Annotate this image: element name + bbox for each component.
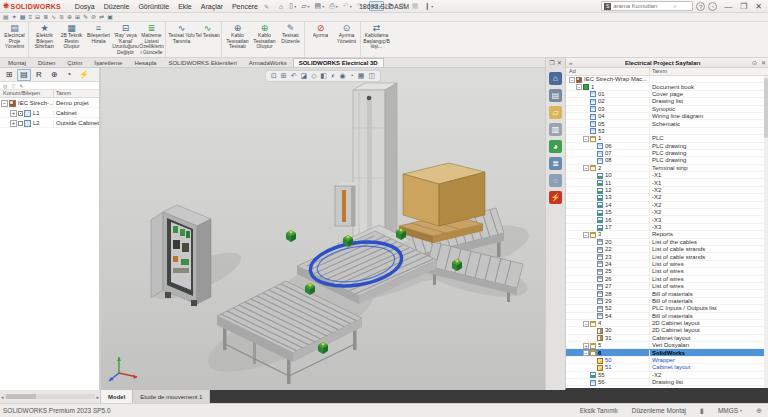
expander-icon[interactable] <box>590 365 596 371</box>
help-icon[interactable]: ? <box>696 2 705 11</box>
component-wizard-icon[interactable]: ✦ <box>12 13 17 21</box>
restore-icon[interactable]: ❐ <box>736 2 751 11</box>
scroll-left-icon[interactable]: ◂ <box>1 394 4 400</box>
expander-icon[interactable] <box>590 269 596 275</box>
command-tab[interactable]: Düzen <box>32 58 61 67</box>
expander-icon[interactable] <box>583 106 589 112</box>
project-page-row[interactable]: 05 Schematic <box>566 120 768 127</box>
redo-icon[interactable]: ↷▾ <box>355 2 368 10</box>
project-page-row[interactable]: 27 List of wires <box>566 283 768 290</box>
view-palette-icon[interactable]: ▥ <box>549 123 562 136</box>
zoom-fit-icon[interactable]: ⊡ <box>271 72 277 80</box>
select-icon[interactable]: ▭▾ <box>369 1 385 11</box>
electrical-manager-tab-icon[interactable]: ⚡ <box>77 69 91 81</box>
start-end-icon[interactable]: ⇄ <box>99 13 104 21</box>
apply-scene-icon[interactable]: ▦ <box>358 72 365 80</box>
project-page-row[interactable]: 03 Synoptic <box>566 106 768 113</box>
project-page-row[interactable]: 15 -X2 <box>566 209 768 216</box>
expander-icon[interactable] <box>590 328 596 334</box>
command-tab[interactable]: Çizim <box>61 58 88 67</box>
expander-icon[interactable] <box>583 99 589 105</box>
expander-icon[interactable] <box>590 180 596 186</box>
ribbon-button[interactable]: ⊙ Ayırma Yönetimi <box>334 22 361 57</box>
file-properties-icon[interactable]: ▥ <box>397 2 409 10</box>
menu-item[interactable]: Araçlar <box>197 2 227 11</box>
close-icon[interactable]: ✕ <box>751 2 766 11</box>
edit-appearance-icon[interactable]: ◔ <box>350 72 354 80</box>
expander-icon[interactable] <box>590 202 596 208</box>
command-tab[interactable]: SOLIDWORKS Eklentileri <box>162 58 242 67</box>
close-panel-icon[interactable]: ✕ <box>557 59 562 66</box>
expander-icon[interactable] <box>590 358 596 364</box>
ribbon-button[interactable]: ⊘ Ayırma <box>307 22 334 57</box>
visibility-checkbox[interactable] <box>18 121 23 126</box>
expander-icon[interactable] <box>590 143 596 149</box>
project-page-row[interactable]: 52 PLC Inputs / Outputs list <box>566 305 768 312</box>
expander-icon[interactable]: − <box>569 77 575 83</box>
rebuild-icon[interactable]: ⟳ <box>385 2 396 10</box>
view-orientation-icon[interactable]: ◧ <box>321 72 328 80</box>
print-icon[interactable]: ⎙▾ <box>327 2 340 10</box>
project-page-row[interactable]: 31 Cabinet layout <box>566 335 768 342</box>
project-page-row[interactable]: 12 -X2 <box>566 187 768 194</box>
collapse-panel-icon[interactable]: » <box>566 60 575 66</box>
undo-icon[interactable]: ↶▾ <box>341 2 354 10</box>
cable-manager-icon[interactable]: ▣ <box>107 13 113 21</box>
appearances-icon[interactable]: ◕ <box>549 140 562 153</box>
ribbon-button[interactable]: ⊟ 'Ray' veya 'Kanal' Uzunluğunu Değiştir <box>112 22 139 57</box>
expander-icon[interactable] <box>590 173 596 179</box>
project-page-row[interactable]: 17 -X3 <box>566 224 768 231</box>
dynamic-annotation-icon[interactable]: ◇ <box>311 72 316 80</box>
hide-show-items-icon[interactable]: ◉ <box>339 72 345 80</box>
ribbon-button[interactable]: ≣ Malzeme Listesi Özelliklerini Güncelle <box>139 22 166 57</box>
home-icon[interactable]: ⌂ <box>277 3 286 10</box>
project-page-row[interactable]: 22 List of cable strands <box>566 246 768 253</box>
expander-icon[interactable] <box>590 335 596 341</box>
horizontal-scrollbar[interactable]: ◂ ▸ <box>0 390 101 403</box>
expander-icon[interactable] <box>590 261 596 267</box>
display-manager-tab-icon[interactable]: ◔ <box>62 69 76 81</box>
expander-icon[interactable] <box>590 210 596 216</box>
home-tab-icon[interactable]: ⌂ <box>549 72 562 85</box>
project-page-row[interactable]: − 4 2D Cabinet layout <box>566 320 768 327</box>
model-mast[interactable] <box>353 83 397 246</box>
ribbon-button[interactable]: ⇄ Kablolama Başlangıç/Bitişi... <box>363 22 390 57</box>
project-page-row[interactable]: 55 -X2 <box>566 372 768 379</box>
save-icon[interactable]: ▤▾ <box>313 2 327 10</box>
route-wires-icon[interactable]: ≋ <box>59 13 64 21</box>
expander-icon[interactable] <box>583 128 589 134</box>
feature-tree-tab-icon[interactable]: ⊞ <box>2 69 16 81</box>
expander-icon[interactable] <box>590 276 596 282</box>
new-document-icon[interactable]: ▯▾ <box>287 2 298 10</box>
model-cabinet[interactable] <box>151 205 211 306</box>
electrical-pane-icon[interactable]: ⚡ <box>549 191 562 204</box>
expander-icon[interactable] <box>583 91 589 97</box>
project-page-row[interactable]: 16 -X3 <box>566 216 768 223</box>
ribbon-button[interactable]: ≡ Bileşenleri Hizala <box>85 22 112 57</box>
expander-icon[interactable]: − <box>583 165 589 171</box>
menu-item[interactable]: Dosya <box>71 2 99 11</box>
electrical-manager-icon[interactable]: ▤ <box>3 13 9 21</box>
3d-scene[interactable] <box>101 68 545 390</box>
float-panel-icon[interactable]: ❐ <box>549 59 554 66</box>
project-page-row[interactable]: + 5 Veri Dosyaları <box>566 342 768 349</box>
location-tree-row[interactable]: + L2 Outside Cabinet <box>0 118 99 128</box>
align-components-icon[interactable]: ≡ <box>28 13 32 21</box>
project-page-row[interactable]: − 6 SolidWorks <box>566 349 768 356</box>
visibility-checkbox[interactable] <box>18 111 23 116</box>
expander-icon[interactable]: + <box>583 343 589 349</box>
command-search[interactable]: S ⌕ <box>601 1 693 11</box>
expander-icon[interactable]: − <box>576 84 582 90</box>
project-page-row[interactable]: 01 Cover page <box>566 91 768 98</box>
expander-icon[interactable] <box>590 217 596 223</box>
expander-icon[interactable]: − <box>583 321 589 327</box>
pin-panel-icon[interactable]: ⊙ <box>750 59 759 66</box>
expander-icon[interactable]: + <box>10 110 17 117</box>
zoom-area-icon[interactable]: ⊞ <box>281 72 287 80</box>
command-tab[interactable]: ArmadaWorks <box>243 58 293 67</box>
ribbon-button[interactable]: ∿ Tesisat Yolu Tanımla <box>168 22 195 57</box>
menu-item[interactable]: Görüntüle <box>134 2 173 11</box>
graphics-viewport[interactable]: ⊡⊞↶◪◇◧◐◉◔▦◫ <box>101 68 545 390</box>
open-icon[interactable]: ▱▾ <box>299 2 311 10</box>
custom-properties-icon[interactable]: ≣ <box>549 157 562 170</box>
